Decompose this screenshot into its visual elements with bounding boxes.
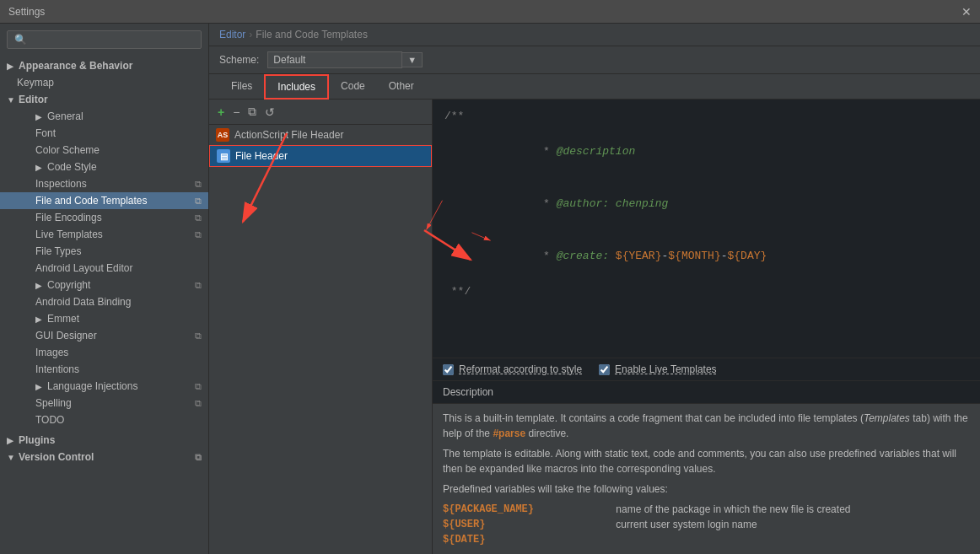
- copy-icon: ⧉: [195, 196, 202, 207]
- var-name: ${DATE}: [443, 534, 485, 546]
- var-desc: current user system login name: [616, 517, 970, 532]
- sidebar-item-editor[interactable]: ▼ Editor: [0, 91, 208, 108]
- sidebar-item-codestyle[interactable]: ▶ Code Style: [0, 159, 208, 175]
- enablelive-checkbox[interactable]: [599, 364, 610, 375]
- sidebar-item-androiddatabinding[interactable]: Android Data Binding: [0, 293, 208, 310]
- description-body: This is a built-in template. It contains…: [433, 404, 980, 554]
- sidebar-item-appearance[interactable]: ▶ Appearance & Behavior: [0, 57, 208, 74]
- copy-icon: ⧉: [195, 452, 202, 463]
- reformat-label: Reformat according to style: [459, 363, 582, 375]
- breadcrumb-current: File and Code Templates: [256, 29, 368, 40]
- sidebar-item-images[interactable]: Images: [0, 344, 208, 361]
- sidebar-label: Android Data Binding: [35, 296, 131, 308]
- enablelive-label: Enable Live Templates: [615, 363, 717, 375]
- sidebar-item-todo[interactable]: TODO: [0, 411, 208, 428]
- sidebar-item-filetypes[interactable]: File Types: [0, 243, 208, 260]
- sidebar-item-colorscheme[interactable]: Color Scheme: [0, 142, 208, 159]
- sidebar-item-intentions[interactable]: Intentions: [0, 361, 208, 378]
- sidebar-label: Editor: [19, 94, 48, 105]
- code-area[interactable]: /** * @description * @author: chenping *…: [433, 100, 980, 358]
- sidebar-item-plugins[interactable]: ▶ Plugins: [0, 432, 208, 449]
- code-line: * @author: chenping: [444, 178, 968, 230]
- sidebar-label: Plugins: [19, 434, 55, 446]
- sidebar-item-inspections[interactable]: Inspections ⧉: [0, 175, 208, 192]
- scheme-label: Scheme:: [219, 54, 259, 66]
- sidebar-label: Spelling: [35, 397, 72, 409]
- expand-icon: ▶: [35, 382, 44, 391]
- sidebar-label: Live Templates: [35, 229, 103, 240]
- sidebar-item-versioncontrol[interactable]: ▼ Version Control ⧉: [0, 449, 208, 465]
- sidebar-label: Language Injections: [47, 380, 137, 392]
- copy-icon: ⧉: [195, 179, 202, 190]
- breadcrumb-parent[interactable]: Editor: [219, 29, 245, 40]
- sidebar-item-copyright[interactable]: ▶ Copyright ⧉: [0, 277, 208, 293]
- desc-text1: This is a built-in template. It contains…: [443, 411, 970, 441]
- template-item-label: File Header: [235, 150, 288, 162]
- expand-icon: ▶: [35, 163, 44, 172]
- copy-icon: ⧉: [195, 229, 202, 240]
- reformat-checkbox[interactable]: [443, 364, 454, 375]
- templates-toolbar: + − ⧉ ↺: [209, 100, 432, 125]
- sidebar-label: Android Layout Editor: [35, 262, 132, 274]
- expand-icon: ▶: [35, 112, 44, 121]
- description-title: Description: [433, 381, 980, 404]
- templates-list: + − ⧉ ↺ AS ActionScript File Header: [209, 100, 433, 554]
- expand-icon: ▶: [35, 281, 44, 290]
- templates-panel-wrapper: + − ⧉ ↺ AS ActionScript File Header: [209, 100, 980, 554]
- sidebar-item-guidesigner[interactable]: GUI Designer ⧉: [0, 327, 208, 344]
- sidebar-label: Images: [35, 347, 68, 358]
- sidebar: ▶ Appearance & Behavior Keymap ▼ Editor …: [0, 24, 209, 554]
- desc-text3: Predefined variables will take the follo…: [443, 481, 970, 497]
- expand-icon: ▼: [7, 95, 15, 105]
- search-bar[interactable]: [0, 27, 208, 52]
- tab-includes[interactable]: Includes: [264, 74, 329, 100]
- sidebar-label: Emmet: [47, 313, 79, 325]
- tab-code[interactable]: Code: [329, 75, 377, 99]
- scheme-select[interactable]: Default Project: [267, 51, 402, 68]
- sidebar-item-filecodetemplates[interactable]: File and Code Templates ⧉: [0, 192, 208, 209]
- tabs-row: Files Includes Code Other: [209, 74, 980, 100]
- sidebar-label: Intentions: [35, 363, 79, 375]
- desc-variables-table: ${PACKAGE_NAME} name of the package in w…: [443, 502, 970, 547]
- add-template-btn[interactable]: +: [214, 104, 228, 121]
- sidebar-item-fileencodings[interactable]: File Encodings ⧉: [0, 209, 208, 226]
- table-row: ${PACKAGE_NAME} name of the package in w…: [443, 502, 970, 517]
- sidebar-label: Keymap: [17, 77, 54, 89]
- sidebar-label: Inspections: [35, 178, 87, 190]
- template-item-actionscript[interactable]: AS ActionScript File Header: [209, 125, 432, 145]
- var-name: ${USER}: [443, 519, 485, 530]
- table-row: ${DATE}: [443, 532, 970, 547]
- tab-files[interactable]: Files: [219, 75, 264, 99]
- sidebar-label: TODO: [35, 414, 64, 426]
- sidebar-item-emmet[interactable]: ▶ Emmet: [0, 310, 208, 327]
- sidebar-item-livetemplates[interactable]: Live Templates ⧉: [0, 226, 208, 243]
- sidebar-label: Code Style: [47, 161, 97, 173]
- sidebar-label: Color Scheme: [35, 144, 100, 156]
- scheme-dropdown-btn[interactable]: ▼: [402, 52, 423, 67]
- copy-template-btn[interactable]: ⧉: [245, 103, 260, 121]
- sidebar-label: File and Code Templates: [35, 195, 148, 207]
- sidebar-item-spelling[interactable]: Spelling ⧉: [0, 395, 208, 411]
- sidebar-item-keymap[interactable]: Keymap: [0, 74, 208, 91]
- remove-template-btn[interactable]: −: [229, 104, 243, 121]
- sidebar-item-font[interactable]: Font: [0, 125, 208, 142]
- template-item-fileheader[interactable]: ▤ File Header: [209, 145, 432, 167]
- sidebar-label: Font: [35, 127, 56, 139]
- sidebar-label: Copyright: [47, 279, 90, 291]
- sidebar-label: GUI Designer: [35, 330, 97, 342]
- sidebar-section: ▶ Appearance & Behavior Keymap ▼ Editor …: [0, 56, 208, 467]
- actionscript-icon: AS: [216, 128, 229, 142]
- sidebar-item-languageinjections[interactable]: ▶ Language Injections ⧉: [0, 378, 208, 395]
- sidebar-item-androidlayout[interactable]: Android Layout Editor: [0, 260, 208, 277]
- search-input[interactable]: [7, 30, 202, 49]
- expand-icon: ▶: [7, 62, 15, 71]
- sidebar-label: File Types: [35, 245, 81, 257]
- code-line: * @create: ${YEAR}-${MONTH}-${DAY}: [444, 231, 968, 283]
- sidebar-label: Version Control: [19, 451, 94, 463]
- sidebar-label: Appearance & Behavior: [19, 60, 132, 72]
- close-button[interactable]: ✕: [961, 5, 972, 19]
- reset-template-btn[interactable]: ↺: [261, 104, 278, 121]
- sidebar-item-general[interactable]: ▶ General: [0, 108, 208, 125]
- expand-icon: ▶: [35, 315, 44, 324]
- tab-other[interactable]: Other: [377, 75, 426, 99]
